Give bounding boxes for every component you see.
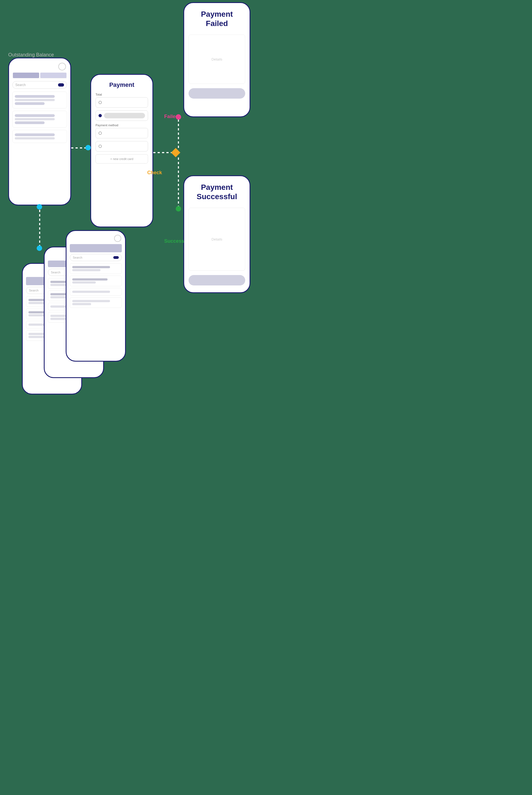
stack1-item-2 bbox=[70, 276, 122, 286]
balance-top-circle bbox=[58, 63, 66, 70]
phone-balance: Search bbox=[8, 57, 71, 205]
balance-list-item-1 bbox=[12, 91, 67, 108]
bar bbox=[72, 269, 100, 271]
bar bbox=[15, 137, 55, 140]
balance-list-item-3 bbox=[12, 130, 67, 143]
success-details-area: Details bbox=[189, 207, 245, 271]
stack1-item-3 bbox=[70, 288, 122, 295]
bar bbox=[72, 291, 110, 293]
connector-dot-stack-top bbox=[37, 246, 42, 251]
payment-method-1[interactable] bbox=[95, 128, 148, 138]
amount-input[interactable] bbox=[95, 110, 148, 121]
tab-1[interactable] bbox=[13, 73, 39, 78]
stack1-circle bbox=[114, 235, 121, 242]
payment-method-label: Payment method bbox=[95, 124, 148, 127]
failed-title: Payment Failed bbox=[184, 3, 250, 31]
stack1-search-text: Search bbox=[73, 256, 113, 259]
connector-dot-balance-stack bbox=[37, 204, 42, 210]
payment-method-2[interactable] bbox=[95, 141, 148, 151]
stack1-header bbox=[70, 244, 122, 252]
connector-dot-balance-payment bbox=[86, 145, 91, 150]
add-card-text: + new credit card bbox=[110, 157, 133, 161]
bar bbox=[72, 278, 108, 281]
check-diamond bbox=[171, 148, 180, 157]
pm-radio-1 bbox=[98, 131, 102, 135]
label-failed: Failed bbox=[164, 114, 178, 120]
stack1-toggle[interactable] bbox=[113, 256, 119, 259]
payment-title: Payment bbox=[91, 75, 152, 93]
bar bbox=[15, 121, 44, 124]
bar bbox=[72, 266, 110, 268]
bar bbox=[72, 300, 110, 302]
bar bbox=[15, 95, 55, 98]
phone-failed: Payment Failed Details bbox=[183, 2, 250, 117]
label-success: Success bbox=[164, 238, 184, 244]
success-action-btn[interactable] bbox=[189, 275, 245, 286]
total-radio bbox=[98, 101, 102, 104]
bar bbox=[15, 102, 44, 105]
label-outstanding-balance: Outstanding Balance bbox=[8, 52, 54, 58]
total-label: Total bbox=[95, 93, 148, 96]
stack1-item-1 bbox=[70, 263, 122, 274]
bar bbox=[15, 99, 55, 101]
total-input[interactable] bbox=[95, 97, 148, 108]
add-card-btn[interactable]: + new credit card bbox=[95, 154, 148, 164]
phone-success: Payment Successful Details bbox=[183, 175, 250, 293]
balance-search-toggle[interactable] bbox=[58, 83, 64, 87]
failed-action-btn[interactable] bbox=[189, 88, 245, 98]
failed-details-area: Details bbox=[189, 35, 245, 84]
balance-search-text: Search bbox=[15, 83, 58, 87]
stack1-item-4 bbox=[70, 297, 122, 308]
balance-list-item-2 bbox=[12, 111, 67, 128]
label-check: Check bbox=[147, 170, 162, 176]
bar bbox=[72, 303, 91, 305]
balance-search-bar[interactable]: Search bbox=[12, 81, 67, 89]
success-title: Payment Successful bbox=[184, 176, 250, 204]
phone-stack-1: Search bbox=[66, 230, 126, 362]
amount-radio bbox=[98, 114, 102, 117]
stack1-search[interactable]: Search bbox=[70, 254, 122, 261]
bar bbox=[72, 281, 96, 284]
bar bbox=[15, 133, 55, 136]
phone-payment: Payment Total Payment method + new credi… bbox=[90, 74, 153, 228]
bar bbox=[15, 118, 55, 120]
amount-pill bbox=[104, 113, 145, 118]
bar bbox=[15, 114, 55, 117]
connector-dot-success bbox=[176, 206, 181, 212]
tab-2[interactable] bbox=[40, 73, 66, 78]
failed-details-label: Details bbox=[211, 57, 223, 61]
success-details-label: Details bbox=[211, 237, 223, 241]
pm-radio-2 bbox=[98, 145, 102, 148]
